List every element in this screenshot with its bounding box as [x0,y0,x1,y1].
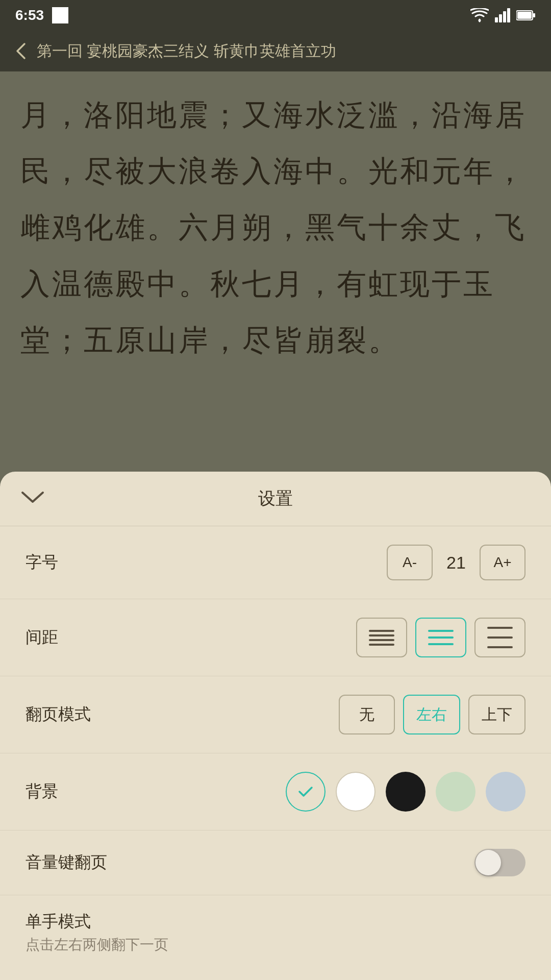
status-left: 6:53 🖼 [15,7,68,23]
background-row: 背景 [0,753,551,830]
single-hand-row: 单手模式 点击左右两侧翻下一页 [0,895,551,960]
back-button[interactable] [15,42,27,60]
signal-icon [495,8,510,22]
volume-flip-toggle[interactable] [474,849,525,876]
page-mode-none-button[interactable]: 无 [339,695,395,734]
svg-point-0 [479,19,481,22]
nav-bar: 第一回 宴桃园豪杰三结义 斩黄巾英雄首立功 [0,31,551,71]
background-beige-button[interactable] [286,772,325,812]
spacing-row: 间距 [0,599,551,676]
reading-area[interactable]: 月，洛阳地震；又海水泛滥，沿海居民，尽被大浪卷入海中。光和元年，雌鸡化雄。六月朔… [0,71,551,439]
page-mode-row: 翻页模式 无 左右 上下 [0,676,551,753]
svg-rect-3 [503,11,506,22]
settings-title: 设置 [258,487,293,510]
page-mode-label: 翻页模式 [26,703,91,726]
wifi-icon [470,8,489,22]
toggle-knob [475,850,501,875]
background-blue-button[interactable] [486,772,525,812]
settings-close-button[interactable] [20,488,45,509]
font-decrease-button[interactable]: A- [387,545,433,580]
background-white-button[interactable] [336,772,375,812]
page-mode-lr-button[interactable]: 左右 [403,695,460,734]
photo-icon: 🖼 [52,7,68,23]
settings-panel: 设置 字号 A- 21 A+ 间距 [0,472,551,980]
settings-header: 设置 [0,472,551,526]
battery-icon [516,10,536,21]
reading-text: 月，洛阳地震；又海水泛滥，沿海居民，尽被大浪卷入海中。光和元年，雌鸡化雄。六月朔… [20,87,531,368]
background-swatches [286,772,525,812]
spacing-normal-button[interactable] [415,618,466,657]
status-bar: 6:53 🖼 [0,0,551,31]
svg-rect-4 [507,8,510,22]
background-label: 背景 [26,780,58,803]
single-hand-label: 单手模式 [26,911,168,933]
volume-flip-label: 音量键翻页 [26,851,107,874]
chapter-title: 第一回 宴桃园豪杰三结义 斩黄巾英雄首立功 [37,41,336,62]
font-size-value: 21 [441,553,471,573]
font-size-row: 字号 A- 21 A+ [0,526,551,599]
status-time: 6:53 [15,7,44,23]
volume-flip-row: 音量键翻页 [0,830,551,895]
status-right [470,8,536,22]
page-mode-controls: 无 左右 上下 [339,695,525,734]
spacing-wide-button[interactable] [474,618,525,657]
background-green-button[interactable] [436,772,475,812]
svg-rect-6 [533,13,535,17]
single-hand-sublabel: 点击左右两侧翻下一页 [26,935,168,954]
spacing-controls [356,618,525,657]
svg-rect-2 [499,14,502,22]
spacing-label: 间距 [26,626,58,649]
svg-rect-7 [517,12,532,19]
spacing-compact-button[interactable] [356,618,407,657]
font-increase-button[interactable]: A+ [480,545,525,580]
background-black-button[interactable] [386,772,425,812]
svg-rect-1 [495,17,498,22]
font-size-label: 字号 [26,551,58,574]
page-mode-ud-button[interactable]: 上下 [468,695,525,734]
font-size-controls: A- 21 A+ [387,545,525,580]
